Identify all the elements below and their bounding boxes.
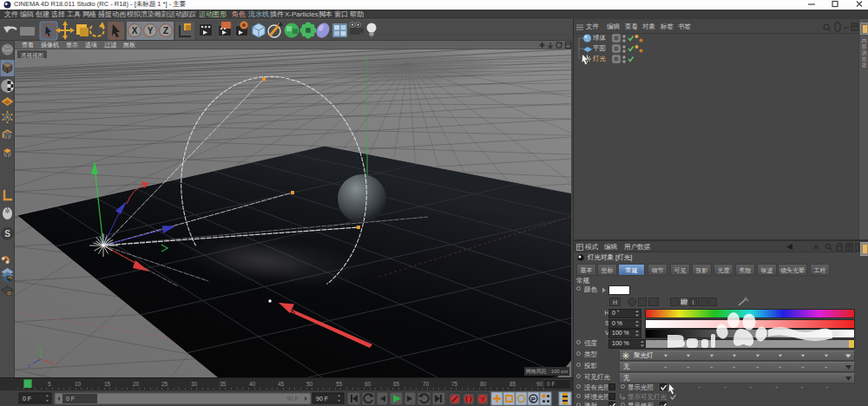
- svg-text:0 F: 0 F: [66, 396, 75, 402]
- svg-text:90 F: 90 F: [286, 396, 299, 402]
- svg-text:Z: Z: [28, 363, 30, 369]
- svg-text:X: X: [132, 26, 138, 36]
- svg-text:90 F: 90 F: [316, 396, 328, 402]
- svg-text:S: S: [4, 229, 10, 239]
- svg-text:?: ?: [481, 396, 485, 403]
- svg-text:Y: Y: [148, 26, 154, 36]
- svg-text:Z: Z: [163, 26, 168, 36]
- svg-text:P: P: [531, 396, 536, 403]
- svg-text:0 F: 0 F: [23, 396, 31, 402]
